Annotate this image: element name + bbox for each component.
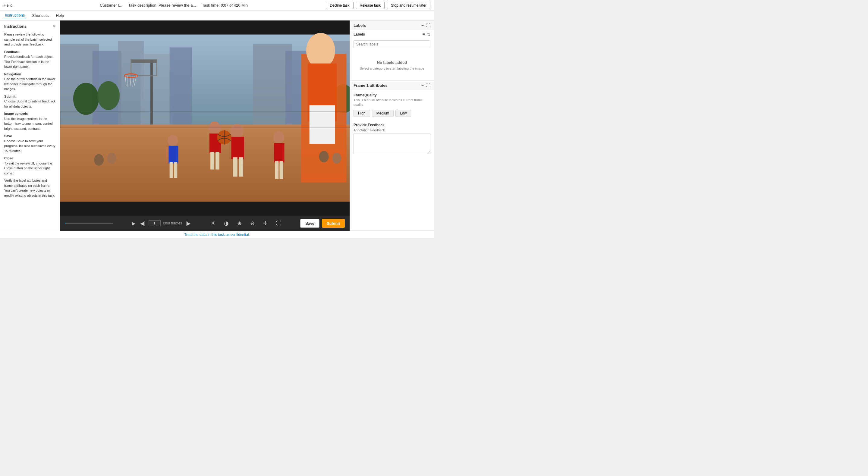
instructions-body: Please review the following sample set o… — [4, 32, 56, 200]
svg-rect-35 — [210, 152, 214, 169]
frame-attrs-title: Frame 1 attributes — [353, 83, 388, 88]
image-area[interactable] — [60, 21, 350, 216]
quality-medium-button[interactable]: Medium — [372, 110, 394, 117]
no-labels-area: No labels added Select a category to sta… — [350, 50, 434, 80]
svg-point-49 — [107, 153, 116, 164]
hello-text: Hello, — [4, 3, 22, 7]
frame-quality-name: FrameQuality — [353, 93, 430, 97]
close-instructions-button[interactable]: × — [53, 24, 56, 29]
svg-point-29 — [230, 124, 244, 138]
labels-section: Labels − ⛶ Labels ≡ ⇅ No labels added Se… — [350, 21, 434, 81]
svg-rect-4 — [118, 41, 144, 128]
provide-feedback-title: Provide Feedback — [353, 123, 430, 127]
labels-expand-button[interactable]: ⛶ — [426, 23, 430, 28]
annotation-feedback-textarea[interactable] — [353, 133, 430, 154]
tray-center: ☀ ◑ ⊕ ⊖ ✛ ⛶ — [209, 219, 283, 228]
zoom-in-button[interactable]: ⊕ — [236, 219, 244, 228]
top-bar-center: Customer I... Task description: Please r… — [28, 3, 320, 7]
task-time: Task time: 0:07 of 420 Min — [202, 3, 248, 7]
instructions-navigation: NavigationUse the arrow controls in the … — [4, 72, 56, 92]
total-frames: /308 frames — [163, 221, 182, 225]
contrast-button[interactable]: ◑ — [222, 219, 230, 228]
center-panel: ▶ ◀| /308 frames |▶ ☀ ◑ ⊕ ⊖ ✛ ⛶ Save Sub… — [60, 21, 350, 231]
labels-section-icons: − ⛶ — [421, 23, 430, 28]
no-labels-title: No labels added — [377, 60, 407, 65]
svg-rect-41 — [170, 162, 173, 178]
frame-quality-desc: This is a enum attribute indicates curre… — [353, 98, 430, 107]
svg-rect-36 — [216, 152, 219, 169]
svg-rect-45 — [275, 161, 279, 179]
frame-number-input[interactable] — [149, 220, 161, 226]
instructions-verify: Verify the label attributes and frame at… — [4, 178, 56, 198]
svg-rect-31 — [233, 157, 238, 177]
frame-quality-buttons: High Medium Low — [353, 110, 430, 117]
instructions-save: SaveChoose Save to save your progress. I… — [4, 133, 56, 153]
labels-filter-button[interactable]: ≡ — [423, 32, 425, 37]
main-layout: Instructions × Please review the followi… — [0, 21, 434, 231]
right-panel: Labels − ⛶ Labels ≡ ⇅ No labels added Se… — [350, 21, 434, 231]
svg-rect-40 — [168, 146, 178, 164]
brightness-button[interactable]: ☀ — [209, 219, 217, 228]
nav-help[interactable]: Help — [55, 12, 65, 19]
svg-rect-28 — [310, 105, 335, 144]
submit-button[interactable]: Submit — [322, 219, 345, 228]
left-panel: Instructions × Please review the followi… — [0, 21, 60, 231]
instructions-feedback: FeedbackProvide feedback for each object… — [4, 50, 56, 69]
tray-controls: ▶ ◀| /308 frames |▶ — [130, 219, 192, 227]
left-panel-header: Instructions × — [4, 24, 56, 29]
play-button[interactable]: ▶ — [130, 219, 136, 227]
zoom-out-button[interactable]: ⊖ — [248, 219, 256, 228]
quality-high-button[interactable]: High — [353, 110, 370, 117]
instructions-intro: Please review the following sample set o… — [4, 32, 56, 47]
frame-attrs-expand-button[interactable]: ⛶ — [426, 83, 430, 88]
svg-rect-46 — [279, 161, 283, 179]
labels-section-header: Labels − ⛶ — [350, 21, 434, 30]
fit-button[interactable]: ⛶ — [274, 219, 283, 228]
frame-quality-row: FrameQuality This is a enum attribute in… — [350, 90, 434, 120]
prev-frame-button[interactable]: ◀| — [139, 219, 146, 227]
tray-right: Save Submit — [300, 219, 345, 228]
labels-minimize-button[interactable]: − — [421, 23, 424, 28]
release-task-button[interactable]: Release task — [356, 2, 384, 9]
svg-point-43 — [273, 131, 284, 144]
no-labels-sub: Select a category to start labeling the … — [360, 67, 424, 70]
svg-point-51 — [332, 153, 341, 164]
svg-point-11 — [97, 81, 120, 110]
provide-feedback-section: Provide Feedback Annotation Feedback — [350, 120, 434, 158]
svg-point-10 — [73, 83, 99, 115]
timeline-progress[interactable] — [65, 223, 113, 224]
search-labels-input[interactable] — [353, 40, 430, 48]
annotation-feedback-label: Annotation Feedback — [353, 128, 430, 132]
nav-instructions[interactable]: Instructions — [4, 12, 26, 19]
nav-shortcuts[interactable]: Shortcuts — [31, 12, 50, 19]
instructions-submit: SubmitChoose Submit to submit feedback f… — [4, 94, 56, 109]
frame-attrs-section: Frame 1 attributes − ⛶ FrameQuality This… — [350, 81, 434, 231]
stop-resume-button[interactable]: Stop and resume later — [387, 2, 430, 9]
labels-sub-title: Labels — [353, 32, 365, 36]
pan-button[interactable]: ✛ — [261, 219, 270, 228]
progress-fill — [65, 223, 66, 224]
instructions-image-controls: Image controlsUse the image controls in … — [4, 111, 56, 131]
svg-rect-32 — [239, 157, 243, 177]
bottom-tray: ▶ ◀| /308 frames |▶ ☀ ◑ ⊕ ⊖ ✛ ⛶ Save Sub… — [60, 216, 350, 231]
svg-rect-17 — [131, 60, 157, 63]
frame-attrs-minimize-button[interactable]: − — [421, 83, 424, 88]
top-bar-right: Decline task Release task Stop and resum… — [326, 2, 430, 9]
labels-section-title: Labels — [353, 23, 366, 28]
save-button[interactable]: Save — [300, 219, 319, 228]
tray-left — [65, 223, 113, 224]
task-description: Task description: Please review the a... — [128, 3, 196, 7]
labels-sub-header: Labels ≡ ⇅ — [350, 30, 434, 38]
search-labels-wrap — [350, 38, 434, 50]
status-bar-text: Treat the data in this task as confident… — [184, 232, 250, 237]
decline-task-button[interactable]: Decline task — [326, 2, 353, 9]
svg-point-48 — [94, 154, 104, 165]
labels-sort-button[interactable]: ⇅ — [427, 32, 430, 37]
customer-label: Customer I... — [100, 3, 122, 7]
svg-point-50 — [319, 151, 329, 162]
svg-rect-6 — [170, 47, 192, 128]
status-bar: Treat the data in this task as confident… — [0, 231, 434, 238]
next-frame-button[interactable]: |▶ — [184, 219, 192, 227]
frame-attrs-header: Frame 1 attributes − ⛶ — [350, 81, 434, 90]
quality-low-button[interactable]: Low — [396, 110, 411, 117]
